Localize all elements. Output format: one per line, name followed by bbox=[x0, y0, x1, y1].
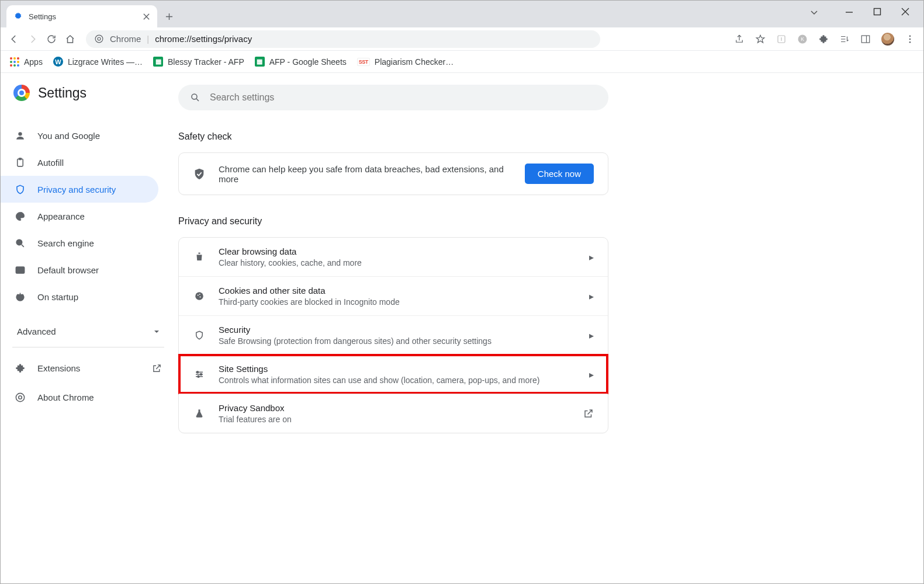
sidebar-item-label: Appearance bbox=[37, 211, 85, 221]
row-subtitle: Trial features are on bbox=[219, 415, 570, 424]
chevron-right-icon: ▸ bbox=[589, 252, 594, 263]
svg-point-24 bbox=[200, 374, 202, 376]
sidebar-item-extensions[interactable]: Extensions bbox=[1, 353, 176, 383]
maximize-icon[interactable] bbox=[873, 8, 881, 16]
row-cookies[interactable]: Cookies and other site dataThird-party c… bbox=[179, 276, 608, 315]
clipboard-icon bbox=[15, 157, 26, 168]
bookmark-label: AFP - Google Sheets bbox=[269, 57, 347, 67]
shield-icon bbox=[194, 330, 205, 340]
omnibox-label: Chrome bbox=[110, 34, 141, 44]
flask-icon bbox=[194, 408, 205, 419]
row-site-settings[interactable]: Site SettingsControls what information s… bbox=[179, 354, 608, 394]
row-subtitle: Controls what information sites can use … bbox=[219, 376, 576, 385]
sheets-icon: ▦ bbox=[153, 57, 163, 67]
sidebar-item-label: Autofill bbox=[37, 158, 64, 168]
home-icon[interactable] bbox=[65, 34, 75, 44]
svg-point-23 bbox=[197, 371, 199, 373]
omnibox[interactable]: Chrome | chrome://settings/privacy bbox=[86, 30, 600, 48]
sliders-icon bbox=[194, 369, 205, 380]
settings-header: Settings bbox=[1, 85, 176, 101]
profile-avatar[interactable] bbox=[881, 33, 894, 46]
apps-icon bbox=[10, 57, 19, 67]
sidebar-item-search-engine[interactable]: Search engine bbox=[1, 230, 158, 256]
sidebar-advanced-toggle[interactable]: Advanced bbox=[1, 326, 176, 336]
settings-sidebar: Settings You and Google Autofill Privacy… bbox=[1, 73, 176, 583]
bookmark-item[interactable]: WLizgrace Writes —… bbox=[53, 57, 143, 67]
sidebar-item-privacy-and-security[interactable]: Privacy and security bbox=[1, 176, 158, 203]
shield-check-icon bbox=[193, 168, 206, 180]
sidebar-item-label: Default browser bbox=[37, 265, 99, 275]
sst-icon: SST bbox=[357, 58, 370, 66]
search-input[interactable] bbox=[210, 92, 597, 103]
sidebar-item-you-and-google[interactable]: You and Google bbox=[1, 122, 158, 149]
settings-search[interactable] bbox=[178, 85, 608, 110]
media-icon[interactable] bbox=[839, 34, 850, 44]
close-tab-button[interactable] bbox=[143, 13, 150, 20]
extensions-icon[interactable] bbox=[818, 34, 829, 44]
readinglist-icon[interactable] bbox=[776, 34, 787, 44]
svg-point-9 bbox=[909, 38, 911, 40]
safety-check-card: Chrome can help keep you safe from data … bbox=[178, 152, 608, 195]
share-icon[interactable] bbox=[734, 34, 745, 44]
sidebar-item-default-browser[interactable]: Default browser bbox=[1, 256, 158, 283]
new-tab-button[interactable] bbox=[165, 13, 173, 20]
svg-rect-15 bbox=[16, 266, 24, 273]
browser-tab[interactable]: Settings bbox=[6, 5, 157, 27]
tabs-dropdown-icon[interactable] bbox=[810, 8, 818, 16]
advanced-label: Advanced bbox=[17, 326, 56, 336]
check-now-button[interactable]: Check now bbox=[525, 164, 594, 184]
forward-icon[interactable] bbox=[27, 34, 38, 44]
svg-point-14 bbox=[16, 239, 22, 245]
apps-shortcut[interactable]: Apps bbox=[10, 57, 43, 67]
sidepanel-icon[interactable] bbox=[860, 34, 871, 44]
puzzle-icon bbox=[15, 363, 26, 374]
row-title: Site Settings bbox=[219, 364, 576, 374]
minimize-icon[interactable] bbox=[845, 8, 853, 16]
close-icon[interactable] bbox=[901, 8, 909, 16]
svg-point-25 bbox=[198, 376, 199, 377]
browser-icon bbox=[15, 265, 26, 276]
search-icon bbox=[15, 238, 26, 249]
sidebar-item-autofill[interactable]: Autofill bbox=[1, 149, 158, 176]
chevron-right-icon: ▸ bbox=[589, 291, 594, 302]
back-icon[interactable] bbox=[9, 34, 19, 44]
sidebar-item-label: You and Google bbox=[37, 131, 100, 141]
sidebar-item-about-chrome[interactable]: About Chrome bbox=[1, 383, 176, 412]
bookmark-item[interactable]: ▦AFP - Google Sheets bbox=[255, 57, 347, 67]
reload-icon[interactable] bbox=[46, 34, 57, 44]
svg-rect-7 bbox=[861, 36, 870, 43]
titlebar: Settings bbox=[1, 1, 923, 27]
bookmark-item[interactable]: SSTPlagiarism Checker… bbox=[357, 57, 454, 67]
svg-point-18 bbox=[192, 94, 197, 99]
row-privacy-sandbox[interactable]: Privacy SandboxTrial features are on bbox=[179, 394, 608, 433]
svg-point-10 bbox=[909, 41, 911, 43]
privacy-card: Clear browsing dataClear history, cookie… bbox=[178, 237, 608, 433]
chevron-down-icon bbox=[154, 329, 160, 335]
sidebar-item-on-startup[interactable]: On startup bbox=[1, 283, 158, 310]
kebab-icon[interactable] bbox=[905, 34, 915, 44]
row-clear-browsing-data[interactable]: Clear browsing dataClear history, cookie… bbox=[179, 238, 608, 276]
row-title: Security bbox=[219, 325, 576, 335]
svg-point-20 bbox=[198, 294, 199, 296]
star-icon[interactable] bbox=[755, 34, 766, 44]
sidebar-item-appearance[interactable]: Appearance bbox=[1, 203, 158, 230]
divider bbox=[12, 347, 164, 347]
external-link-icon bbox=[152, 363, 162, 373]
svg-point-11 bbox=[18, 132, 22, 135]
sidebar-item-label: Extensions bbox=[37, 363, 80, 373]
person-icon bbox=[15, 130, 26, 141]
row-title: Privacy Sandbox bbox=[219, 403, 570, 413]
bookmark-item[interactable]: ▦Blessy Tracker - AFP bbox=[153, 57, 244, 67]
row-security[interactable]: SecuritySafe Browsing (protection from d… bbox=[179, 315, 608, 354]
sidebar-item-label: Search engine bbox=[37, 238, 94, 248]
gear-icon bbox=[13, 12, 23, 21]
account-k-icon[interactable]: K bbox=[797, 34, 808, 44]
chrome-outline-icon bbox=[15, 392, 26, 403]
section-title-safety: Safety check bbox=[178, 131, 923, 142]
svg-point-2 bbox=[95, 35, 103, 43]
site-chrome-icon bbox=[94, 34, 104, 44]
row-title: Clear browsing data bbox=[219, 246, 576, 256]
row-subtitle: Third-party cookies are blocked in Incog… bbox=[219, 297, 576, 307]
row-subtitle: Safe Browsing (protection from dangerous… bbox=[219, 336, 576, 346]
omnibox-url: chrome://settings/privacy bbox=[155, 34, 252, 44]
